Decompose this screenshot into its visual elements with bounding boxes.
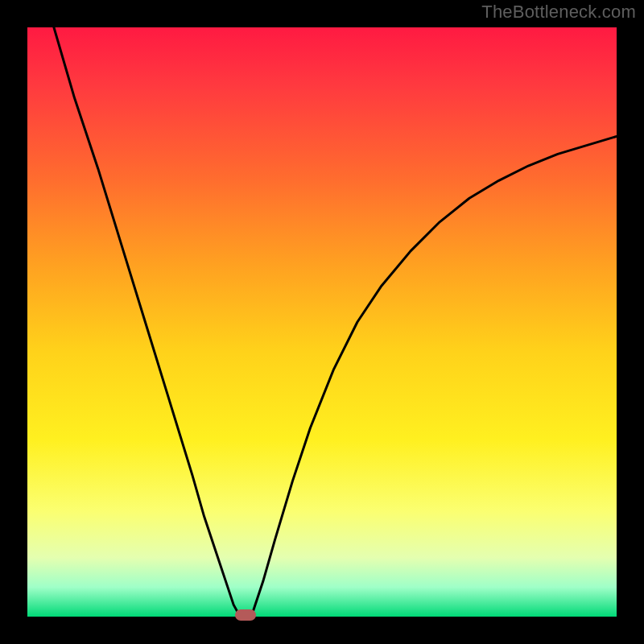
minimum-marker [235, 609, 256, 621]
chart-frame: TheBottleneck.com [0, 0, 644, 644]
bottleneck-curve [54, 27, 617, 617]
chart-svg [27, 27, 617, 617]
watermark-text: TheBottleneck.com [481, 2, 636, 23]
plot-area [27, 27, 617, 617]
